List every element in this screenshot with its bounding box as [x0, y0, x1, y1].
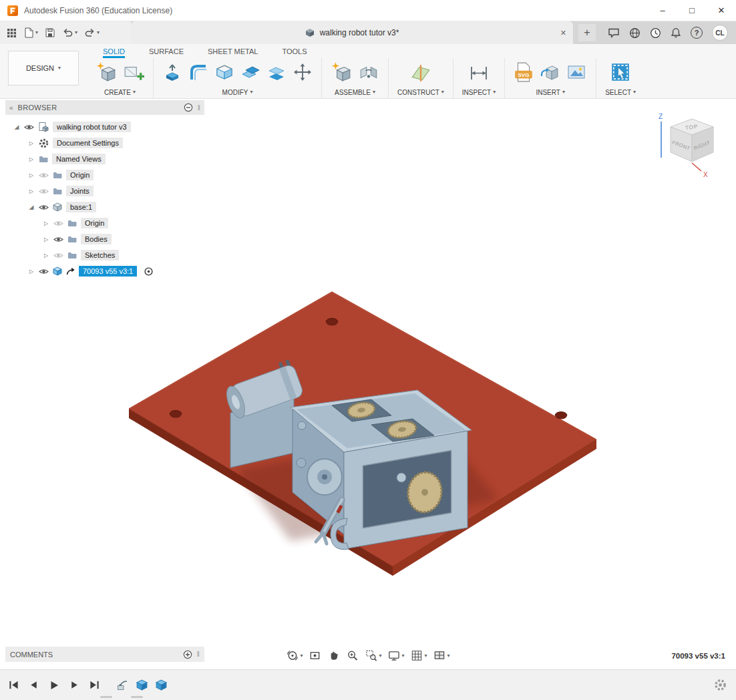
document-tab[interactable]: walking robot tutor v3* ✕: [131, 21, 573, 44]
move-copy-icon[interactable]: [293, 62, 313, 85]
target-ring-icon[interactable]: [144, 267, 154, 277]
timeline-settings-gear-icon[interactable]: [714, 679, 727, 691]
timeline-component-op-icon[interactable]: [136, 679, 148, 691]
expand-toggle-icon[interactable]: ◢: [28, 204, 35, 210]
orbit-tool-icon[interactable]: ▾: [285, 649, 304, 663]
tab-sheet-metal[interactable]: SHEET METAL: [208, 47, 258, 58]
expand-toggle-icon[interactable]: ▷: [43, 252, 49, 258]
tree-row-joints[interactable]: ▷ Joints: [5, 183, 204, 199]
tab-close-icon[interactable]: ✕: [560, 29, 566, 37]
collapse-panel-icon[interactable]: «: [9, 104, 13, 112]
look-at-tool-icon[interactable]: [307, 649, 323, 663]
tree-row-document-settings[interactable]: ▷ Document Settings: [5, 135, 204, 151]
expand-toggle-icon[interactable]: ◢: [13, 124, 20, 130]
timeline-skip-start-button[interactable]: [8, 679, 19, 691]
browser-header[interactable]: « BROWSER ‖: [5, 100, 204, 115]
joint-icon[interactable]: [358, 61, 379, 85]
save-button[interactable]: [45, 27, 55, 38]
timeline-component-op-icon[interactable]: [155, 679, 168, 691]
visibility-eye-icon-hidden[interactable]: [53, 220, 63, 227]
timeline-skip-end-button[interactable]: [89, 679, 100, 691]
tree-item-label[interactable]: Document Settings: [53, 138, 123, 148]
zoom-window-tool-icon[interactable]: ▾: [363, 649, 383, 663]
fillet-icon[interactable]: [188, 62, 208, 85]
tree-item-label[interactable]: Bodies: [81, 234, 112, 244]
pan-tool-icon[interactable]: [326, 649, 341, 663]
undo-button[interactable]: ▾: [62, 27, 77, 38]
new-component-icon[interactable]: [96, 61, 117, 85]
panel-grip[interactable]: ‖: [198, 104, 200, 112]
insert-svg-icon[interactable]: SVG: [514, 61, 534, 85]
display-settings-icon[interactable]: ▾: [386, 649, 405, 663]
tree-row-base[interactable]: ◢ base:1: [5, 199, 204, 215]
job-status-clock-icon[interactable]: [650, 27, 661, 39]
redo-button[interactable]: ▾: [84, 27, 100, 38]
chevron-down-icon[interactable]: ▾: [250, 90, 252, 95]
canvas-image-icon[interactable]: [566, 62, 587, 85]
tree-row-bodies[interactable]: ▷ Bodies: [5, 231, 204, 247]
timeline-step-back-button[interactable]: [28, 679, 39, 691]
chevron-down-icon[interactable]: ▾: [493, 90, 496, 95]
file-menu-button[interactable]: ▾: [23, 27, 38, 38]
tree-row-sketches[interactable]: ▷ Sketches: [5, 247, 204, 263]
shell-icon[interactable]: [214, 62, 234, 85]
chevron-down-icon[interactable]: ▾: [373, 90, 375, 95]
tree-row-root[interactable]: ◢ walking robot tutor v3: [5, 119, 204, 135]
assemble-new-component-icon[interactable]: [331, 61, 352, 85]
expand-toggle-icon[interactable]: ▷: [28, 140, 35, 146]
chevron-down-icon[interactable]: ▾: [562, 90, 565, 95]
timeline-scrollbar-segment[interactable]: [100, 696, 112, 698]
tab-solid[interactable]: SOLID: [103, 47, 125, 58]
collapse-all-icon[interactable]: [184, 103, 193, 112]
visibility-eye-icon-hidden[interactable]: [53, 252, 63, 259]
create-sketch-icon[interactable]: [123, 61, 144, 85]
tree-row-origin[interactable]: ▷ Origin: [5, 167, 204, 183]
expand-toggle-icon[interactable]: ▷: [43, 236, 49, 242]
panel-grip[interactable]: ‖: [197, 651, 200, 658]
chevron-down-icon[interactable]: ▾: [133, 90, 136, 95]
construct-plane-icon[interactable]: [409, 61, 432, 85]
expand-toggle-icon[interactable]: ▷: [28, 188, 35, 194]
visibility-eye-icon[interactable]: [39, 204, 49, 211]
tree-item-label[interactable]: Origin: [66, 170, 94, 180]
tree-item-label[interactable]: base:1: [66, 202, 96, 212]
tree-item-label[interactable]: Named Views: [52, 154, 106, 164]
tree-item-label[interactable]: Sketches: [81, 250, 119, 260]
offset-face-icon[interactable]: [266, 62, 287, 85]
measure-icon[interactable]: [468, 62, 490, 85]
chevron-down-icon[interactable]: ▾: [441, 90, 444, 95]
app-grid-icon[interactable]: [7, 28, 17, 38]
press-pull-icon[interactable]: [162, 62, 182, 85]
timeline-scrollbar-segment[interactable]: [131, 696, 143, 698]
viewport-canvas[interactable]: « BROWSER ‖ ◢ walking robot tutor v3 ▷: [0, 99, 736, 669]
expand-toggle-icon[interactable]: ▷: [43, 220, 49, 226]
grid-display-icon[interactable]: ▾: [409, 649, 429, 663]
tree-item-label[interactable]: walking robot tutor v3: [53, 122, 131, 132]
timeline-step-forward-button[interactable]: [69, 679, 80, 691]
tab-tools[interactable]: TOOLS: [282, 47, 307, 58]
expand-toggle-icon[interactable]: ▷: [28, 269, 35, 275]
insert-derive-icon[interactable]: [540, 62, 560, 85]
visibility-eye-icon[interactable]: [53, 236, 63, 243]
visibility-eye-icon-hidden[interactable]: [39, 188, 49, 195]
combine-icon[interactable]: [240, 62, 260, 85]
select-icon[interactable]: [610, 61, 631, 85]
help-icon[interactable]: ?: [691, 27, 703, 39]
visibility-eye-icon[interactable]: [39, 268, 49, 275]
chevron-down-icon[interactable]: ▾: [633, 90, 636, 95]
workspace-switcher[interactable]: DESIGN ▾: [8, 51, 79, 85]
web-globe-icon[interactable]: [629, 27, 640, 39]
visibility-eye-icon[interactable]: [24, 124, 34, 131]
timeline-play-button[interactable]: [48, 679, 60, 691]
close-button[interactable]: ✕: [707, 0, 736, 21]
tree-row-named-views[interactable]: ▷ Named Views: [5, 151, 204, 167]
viewports-icon[interactable]: ▾: [432, 649, 451, 663]
new-tab-button[interactable]: +: [578, 24, 596, 41]
comments-bar[interactable]: COMMENTS ‖: [5, 647, 204, 662]
visibility-eye-icon-hidden[interactable]: [39, 172, 49, 179]
tree-item-label[interactable]: Joints: [66, 186, 94, 196]
tree-row-linked-component[interactable]: ▷ 70093 v55 v3:1: [5, 263, 204, 279]
timeline-rollback-marker-icon[interactable]: [116, 679, 129, 691]
minimize-button[interactable]: –: [648, 0, 677, 21]
comments-icon[interactable]: [608, 27, 620, 38]
